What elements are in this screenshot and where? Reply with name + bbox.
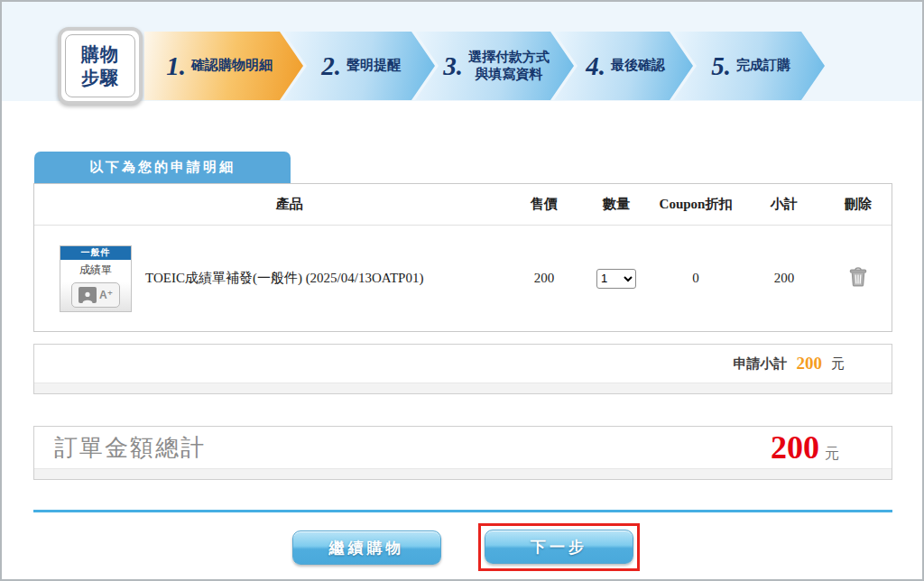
person-icon [79,287,97,303]
step-label: 最後確認 [611,57,665,75]
box-footer-strip [34,468,892,479]
grade-text: A⁺ [99,289,113,301]
step-number: 2. [321,53,341,79]
order-total-unit: 元 [825,445,839,464]
stepper-band: 購物步驟 1. 確認購物明細 2. 聲明提醒 3. 選擇付款方式 與填寫資料 4… [2,2,922,101]
box-footer-strip [34,383,892,393]
product-thumb-title: 成績單 [60,263,131,278]
step-3-payment-info: 3. 選擇付款方式 與填寫資料 [415,32,574,100]
step-number: 1. [166,53,186,79]
trash-icon [849,267,867,287]
cart-table: 產品 售價 數量 Coupon折扣 小計 刪除 一般件 成績單 [33,183,892,332]
order-total-value: 200 [771,431,819,464]
stepper-badge-frame: 購物步驟 [65,34,135,97]
application-subtotal-label: 申請小計 [734,355,788,373]
next-step-button[interactable]: 下一步 [485,530,633,564]
step-number: 5. [711,53,731,79]
stepper-badge: 購物步驟 [58,27,143,105]
column-header-delete: 刪除 [825,196,892,213]
delete-item-button[interactable] [849,267,867,287]
item-coupon-discount: 0 [648,271,744,286]
step-1-confirm-details: 1. 確認購物明細 [144,32,303,100]
column-header-price: 售價 [504,196,585,213]
product-thumbnail: 一般件 成績單 A⁺ [60,245,132,312]
order-total-line: 訂單金額總計 200 元 [34,427,892,468]
blue-divider [33,510,892,512]
step-label: 完成訂購 [736,57,790,75]
column-header-subtotal: 小計 [744,196,825,213]
step-label: 選擇付款方式 與填寫資料 [468,49,550,84]
application-subtotal-line: 申請小計 200 元 [34,345,892,383]
order-total-label: 訂單金額總計 [54,432,206,464]
quantity-cell: 1 [585,269,648,289]
cart-details-tab: 以下為您的申請明細 [34,152,291,183]
continue-shopping-button[interactable]: 繼續購物 [292,530,441,565]
cart-item-row: 一般件 成績單 A⁺ TOEIC成績單補發(一般件) (2025/04/13OA… [34,226,892,331]
person-glyph [81,290,94,303]
order-total-box: 訂單金額總計 200 元 [33,426,892,480]
cart-details-tab-label: 以下為您的申請明細 [89,159,236,176]
product-name: TOEIC成績單補發(一般件) (2025/04/13OATP01) [145,270,423,287]
step-number: 4. [586,53,605,79]
column-header-product: 產品 [34,196,504,213]
column-header-coupon: Coupon折扣 [648,196,744,213]
item-subtotal: 200 [744,271,825,286]
step-5-complete-order: 5. 完成訂購 [673,32,825,100]
step-label: 確認購物明細 [191,57,273,75]
step-number: 3. [443,53,463,79]
delete-cell [825,267,892,290]
step-4-final-confirm: 4. 最後確認 [554,32,693,100]
application-subtotal-box: 申請小計 200 元 [33,344,892,394]
item-price: 200 [504,271,585,286]
step-2-notice: 2. 聲明提醒 [283,32,435,100]
order-page: 購物步驟 1. 確認購物明細 2. 聲明提醒 3. 選擇付款方式 與填寫資料 4… [0,0,924,581]
stepper-badge-label: 購物步驟 [81,42,119,89]
order-total-amount: 200 元 [771,431,839,464]
application-subtotal-value: 200 [797,354,823,374]
column-header-quantity: 數量 [585,196,648,213]
product-cell: 一般件 成績單 A⁺ TOEIC成績單補發(一般件) (2025/04/13OA… [34,245,504,312]
quantity-select[interactable]: 1 [596,269,636,289]
stepper: 1. 確認購物明細 2. 聲明提醒 3. 選擇付款方式 與填寫資料 4. 最後確… [144,32,825,100]
cart-table-header: 產品 售價 數量 Coupon折扣 小計 刪除 [34,184,892,226]
score-report-icon: A⁺ [71,282,120,308]
application-subtotal-unit: 元 [831,355,845,373]
step-label: 聲明提醒 [346,57,401,75]
product-type-badge: 一般件 [60,246,131,260]
